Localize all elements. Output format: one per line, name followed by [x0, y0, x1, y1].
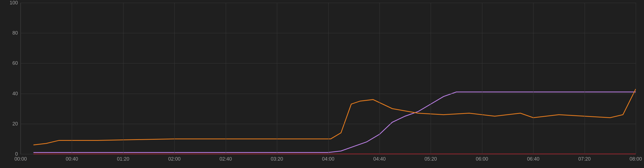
grid-line-vertical [585, 3, 585, 154]
grid-line-vertical [277, 3, 277, 154]
x-axis-tick-label: 05:20 [425, 156, 437, 162]
x-axis-tick-label: 04:00 [322, 156, 334, 162]
y-axis-tick-label: 80 [12, 30, 18, 36]
grid-line-vertical [482, 3, 482, 154]
grid-line-vertical [72, 3, 72, 154]
grid-line-vertical [21, 3, 21, 154]
series-line-purple [34, 92, 636, 152]
series-line-orange [34, 89, 636, 145]
x-axis-tick-label: 00:00 [14, 156, 27, 162]
y-axis-tick-label: 100 [10, 0, 18, 6]
grid-line-vertical [379, 3, 380, 154]
x-axis-tick-label: 04:40 [373, 156, 386, 162]
grid-line-vertical [226, 3, 226, 154]
y-axis-tick-label: 60 [12, 60, 18, 66]
x-axis-tick-label: 07:20 [578, 156, 591, 162]
grid-line-vertical [431, 3, 431, 154]
x-axis-tick-label: 06:40 [527, 156, 540, 162]
grid-line-vertical [533, 3, 533, 154]
y-axis-tick-label: 20 [12, 121, 18, 127]
grid-line-vertical [174, 3, 175, 154]
plot-area: 02040608010000:0000:4001:2002:0002:4003:… [20, 3, 636, 154]
grid-line-horizontal [21, 154, 636, 154]
x-axis-tick-label: 02:00 [168, 156, 181, 162]
grid-line-vertical [636, 3, 636, 154]
x-axis-tick-label: 03:20 [271, 156, 283, 162]
grid-line-vertical [328, 3, 329, 154]
x-axis-tick-label: 01:20 [117, 156, 129, 162]
time-series-chart: 02040608010000:0000:4001:2002:0002:4003:… [0, 0, 644, 168]
x-axis-tick-label: 08:00 [629, 156, 642, 162]
grid-line-vertical [123, 3, 123, 154]
x-axis-tick-label: 02:40 [219, 156, 232, 162]
x-axis-tick-label: 06:00 [476, 156, 488, 162]
y-axis-tick-label: 40 [12, 91, 18, 96]
x-axis-tick-label: 00:40 [66, 156, 78, 162]
